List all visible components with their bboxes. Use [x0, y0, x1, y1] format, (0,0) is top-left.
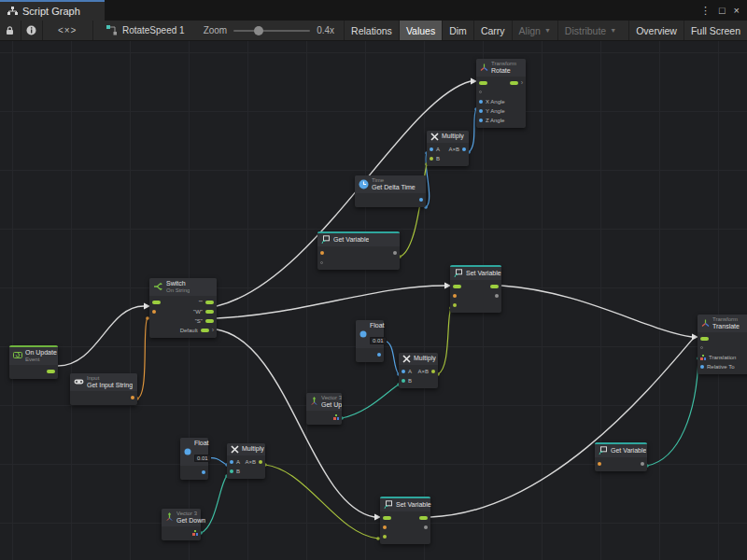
node-get-variable-right[interactable]: Get Variable — [595, 442, 647, 471]
maximize-icon[interactable]: □ — [719, 5, 726, 16]
node-get-down[interactable]: Vector 3 Get Down — [162, 509, 201, 540]
flow-out-port[interactable] — [490, 285, 499, 288]
name-in-port[interactable] — [320, 251, 324, 255]
float-value-field[interactable]: 0.01 — [370, 337, 387, 344]
a-in-port[interactable] — [430, 147, 433, 151]
b-in-port[interactable] — [430, 157, 433, 161]
align-dropdown[interactable]: Align▼ — [512, 21, 557, 40]
flow-in-port[interactable] — [152, 301, 161, 304]
name-in-port[interactable] — [383, 525, 387, 529]
values-button[interactable]: Values — [399, 21, 442, 40]
name-in-port[interactable] — [453, 294, 457, 298]
node-set-variable-mid[interactable]: Set Variable — [450, 265, 501, 313]
name-in-port[interactable] — [598, 462, 601, 466]
value-out-port[interactable] — [393, 251, 397, 255]
float-out-port[interactable] — [377, 353, 381, 357]
distribute-dropdown[interactable]: Distribute▼ — [557, 21, 623, 40]
graph-breadcrumb[interactable]: RotateSpeed 1 — [93, 21, 194, 40]
node-title: Multiply — [442, 133, 464, 140]
a-in-port[interactable] — [402, 370, 405, 373]
b-in-port[interactable] — [402, 379, 405, 383]
float-out-port[interactable] — [202, 470, 205, 474]
relative-to-port[interactable] — [700, 365, 704, 369]
vector3-out-port[interactable] — [192, 530, 198, 536]
flow-in-port[interactable] — [383, 516, 391, 520]
result-out-port[interactable] — [259, 460, 262, 464]
node-float-bottom[interactable]: Float 0.01 — [180, 438, 208, 480]
script-graph-window: Script Graph ⋮ □ × <×> — [0, 0, 747, 560]
float-icon — [359, 330, 367, 338]
node-multiply-bottom[interactable]: Multiply A A×B B — [227, 443, 265, 479]
float-value-field[interactable]: 0.01 — [194, 455, 211, 462]
zoom-slider-handle[interactable] — [254, 26, 263, 35]
node-switch-on-string[interactable]: Switch On String "" "W" "S" — [149, 278, 217, 338]
value-out-port[interactable] — [495, 294, 499, 298]
relations-button[interactable]: Relations — [344, 21, 399, 40]
graph-asset-icon — [106, 25, 118, 35]
window-menu-icon[interactable]: ⋮ — [700, 5, 711, 17]
node-rotate[interactable]: Transform Rotate › X Angle Y Angle Z Ang… — [476, 59, 526, 128]
string-out-port[interactable] — [131, 396, 134, 399]
node-multiply-mid[interactable]: Multiply A A×B B — [399, 353, 438, 388]
graph-canvas[interactable]: On Update Event Input Get Input String — [0, 41, 747, 560]
overview-button[interactable]: Overview — [628, 21, 684, 40]
carry-button[interactable]: Carry — [473, 21, 512, 40]
full-screen-button[interactable]: Full Screen — [684, 21, 747, 40]
dim-button[interactable]: Dim — [442, 21, 473, 40]
node-get-up[interactable]: Vector 3 Get Up — [306, 393, 342, 425]
case-out-port[interactable] — [205, 310, 214, 314]
value-out-port[interactable] — [641, 462, 644, 466]
node-translate[interactable]: Transform Translate Translation Relative… — [698, 315, 747, 374]
node-get-delta-time[interactable]: Time Get Delta Time — [355, 175, 426, 207]
node-title: On Update — [25, 349, 57, 357]
node-on-update[interactable]: On Update Event — [9, 345, 58, 379]
value-in-port[interactable] — [453, 303, 457, 307]
vector3-out-port[interactable] — [333, 414, 339, 420]
flow-out-port[interactable] — [510, 81, 518, 85]
value-out-port[interactable] — [424, 525, 428, 529]
node-title: Set Variable — [466, 270, 501, 277]
flow-in-port[interactable] — [479, 81, 487, 85]
node-category: Transform — [491, 61, 516, 67]
node-get-variable-top[interactable]: Get Variable — [317, 231, 400, 270]
flow-out-port[interactable] — [419, 516, 428, 520]
x-angle-port[interactable] — [479, 100, 483, 104]
translation-in-port[interactable] — [700, 355, 706, 360]
node-title: Get Up — [321, 401, 342, 409]
tab-script-graph[interactable]: Script Graph — [0, 0, 105, 21]
node-set-variable-bottom[interactable]: Set Variable — [380, 497, 430, 544]
flow-in-port[interactable] — [453, 285, 461, 288]
y-angle-port[interactable] — [479, 109, 483, 113]
case-out-port[interactable] — [205, 319, 214, 323]
fallback-in-port[interactable] — [320, 261, 323, 264]
info-icon — [26, 25, 36, 35]
result-out-port[interactable] — [462, 147, 466, 151]
node-multiply-top[interactable]: Multiply A A×B B — [427, 131, 469, 166]
case-label: "S" — [195, 318, 203, 324]
target-in-port[interactable] — [479, 91, 482, 93]
z-angle-port[interactable] — [479, 119, 483, 122]
transform-icon — [480, 63, 488, 72]
zoom-slider[interactable] — [233, 30, 310, 32]
graph-toolbar: <×> RotateSpeed 1 Zoom 0.4x Relations Va… — [0, 21, 747, 41]
node-get-input-string[interactable]: Input Get Input String — [70, 373, 137, 405]
node-title: Multiply — [242, 445, 264, 453]
close-icon[interactable]: × — [734, 5, 740, 16]
string-in-port[interactable] — [152, 310, 156, 314]
zoom-to-fit-button[interactable]: <×> — [43, 21, 93, 40]
info-button[interactable] — [21, 21, 43, 40]
node-float-mid[interactable]: Float 0.01 — [356, 320, 384, 362]
a-in-port[interactable] — [230, 460, 233, 464]
b-in-port[interactable] — [230, 469, 233, 473]
target-in-port[interactable] — [700, 346, 703, 349]
result-out-port[interactable] — [431, 370, 435, 373]
lock-button[interactable] — [0, 21, 21, 40]
value-in-port[interactable] — [383, 535, 387, 539]
flow-in-port[interactable] — [700, 337, 709, 341]
case-out-port[interactable] — [205, 301, 214, 304]
vector3-icon — [165, 512, 174, 522]
graph-name: RotateSpeed 1 — [122, 25, 185, 35]
default-out-port[interactable] — [201, 329, 209, 332]
flow-out-port[interactable] — [47, 370, 55, 373]
float-out-port[interactable] — [419, 198, 423, 202]
